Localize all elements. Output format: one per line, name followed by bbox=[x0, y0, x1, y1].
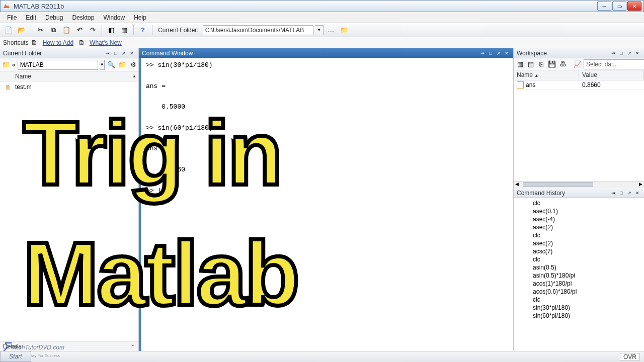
up-folder-button[interactable]: 📁 bbox=[339, 25, 350, 36]
panel-maximize-icon[interactable]: ↗ bbox=[495, 50, 502, 57]
copy-button[interactable]: ⧉ bbox=[48, 25, 59, 36]
new-file-icon: 📄 bbox=[5, 26, 13, 34]
ws-col-value[interactable]: Value bbox=[579, 70, 644, 80]
workspace-title: Workspace bbox=[517, 50, 609, 57]
ws-print-button[interactable]: 🖶 bbox=[558, 59, 567, 70]
folder-dropdown-button[interactable]: ▼ bbox=[315, 25, 324, 35]
history-line[interactable]: clc bbox=[514, 231, 644, 239]
menu-debug[interactable]: Debug bbox=[41, 13, 67, 22]
panel-undock-icon[interactable]: □ bbox=[618, 190, 625, 197]
command-history-body[interactable]: clcasec(0.1)asec(-4)asec(2)clcasec(2)acs… bbox=[514, 198, 644, 351]
ovr-indicator: OVR bbox=[620, 353, 640, 361]
panel-undock-icon[interactable]: □ bbox=[112, 50, 119, 57]
panel-close-icon[interactable]: ✕ bbox=[634, 50, 641, 57]
ws-plot-button[interactable]: 📈 bbox=[573, 59, 582, 70]
ws-open-button[interactable]: ▤ bbox=[526, 59, 535, 70]
history-line[interactable]: sin(30*pi/180) bbox=[514, 304, 644, 312]
workspace-toolbar: ▦ ▤ ⎘ 💾 🖶 📈 ▼ bbox=[514, 58, 644, 70]
simulink-button[interactable]: ◧ bbox=[106, 25, 117, 36]
browse-folder-button[interactable]: … bbox=[326, 25, 337, 36]
workspace-rows: ans 0.8660 bbox=[514, 80, 644, 181]
import-icon: ⎘ bbox=[537, 60, 545, 68]
close-button[interactable]: ✕ bbox=[627, 2, 641, 11]
shortcut-whats-new[interactable]: What's New bbox=[90, 39, 122, 46]
menu-file[interactable]: File bbox=[3, 13, 21, 22]
toolbar: 📄 📂 ✂ ⧉ 📋 ↶ ↷ ◧ ▦ ? Current Folder: ▼ … … bbox=[0, 23, 644, 37]
details-toggle-icon: ⌃ bbox=[131, 344, 135, 349]
folder-gear-button[interactable]: ⚙ bbox=[129, 59, 138, 70]
ellipsis-icon: … bbox=[327, 26, 335, 34]
shortcut-add-icon: 🗎 bbox=[31, 39, 39, 47]
ws-new-button[interactable]: ▦ bbox=[516, 59, 525, 70]
cut-button[interactable]: ✂ bbox=[35, 25, 46, 36]
history-line[interactable]: asin(0.5)*180/pi bbox=[514, 272, 644, 280]
panel-pin-icon[interactable]: ⇥ bbox=[104, 50, 111, 57]
ws-import-button[interactable]: ⎘ bbox=[537, 59, 546, 70]
current-folder-path[interactable] bbox=[203, 25, 313, 35]
panel-pin-icon[interactable]: ⇥ bbox=[610, 50, 617, 57]
history-line[interactable]: sin(60*pi/180) bbox=[514, 312, 644, 320]
scroll-left-icon[interactable]: ◀ bbox=[515, 182, 519, 187]
scroll-right-icon[interactable]: ▶ bbox=[639, 182, 642, 187]
workspace-hscroll[interactable]: ◀ ▶ bbox=[514, 181, 644, 188]
menu-help[interactable]: Help bbox=[130, 13, 150, 22]
var-value: 0.8660 bbox=[579, 80, 644, 89]
history-line[interactable]: asec(0.1) bbox=[514, 207, 644, 215]
start-button[interactable]: Start bbox=[0, 351, 31, 362]
minimize-button[interactable]: ─ bbox=[597, 2, 611, 11]
command-window-body[interactable]: >> sin(30*pi/180) ans = 0.5000 >> sin(60… bbox=[139, 58, 513, 351]
panel-maximize-icon[interactable]: ↗ bbox=[626, 190, 633, 197]
col-name[interactable]: Name bbox=[15, 73, 128, 80]
undo-icon: ↶ bbox=[75, 26, 84, 34]
maximize-button[interactable]: ▭ bbox=[612, 2, 626, 11]
new-file-button[interactable]: 📄 bbox=[3, 25, 14, 36]
ws-plot-select[interactable] bbox=[584, 59, 644, 69]
menu-window[interactable]: Window bbox=[99, 13, 129, 22]
breadcrumb-dropdown[interactable]: ▼ bbox=[100, 60, 105, 70]
workspace-row[interactable]: ans 0.8660 bbox=[514, 80, 644, 90]
titlebar: MATLAB R2011b ─ ▭ ✕ bbox=[0, 0, 644, 12]
var-name: ans bbox=[526, 81, 535, 88]
panel-close-icon[interactable]: ✕ bbox=[634, 190, 641, 197]
folder-icon: 📁 bbox=[118, 61, 126, 69]
paste-button[interactable]: 📋 bbox=[61, 25, 72, 36]
file-row[interactable]: 🗎 test.m bbox=[0, 82, 138, 92]
folder-breadcrumb[interactable] bbox=[18, 60, 98, 70]
history-line[interactable]: asec(2) bbox=[514, 223, 644, 231]
print-icon: 🖶 bbox=[558, 60, 567, 68]
ws-save-button[interactable]: 💾 bbox=[547, 59, 556, 70]
command-history-header: Command History ⇥ □ ↗ ✕ bbox=[514, 188, 644, 198]
scroll-thumb[interactable] bbox=[523, 182, 593, 187]
menu-desktop[interactable]: Desktop bbox=[68, 13, 98, 22]
menu-edit[interactable]: Edit bbox=[22, 13, 40, 22]
undo-button[interactable]: ↶ bbox=[74, 25, 85, 36]
redo-icon: ↷ bbox=[89, 26, 97, 34]
panel-pin-icon[interactable]: ⇥ bbox=[610, 190, 617, 197]
panel-close-icon[interactable]: ✕ bbox=[503, 50, 510, 57]
history-line[interactable]: clc bbox=[514, 296, 644, 304]
history-line[interactable]: asec(-4) bbox=[514, 215, 644, 223]
folder-actions-button[interactable]: 📁 bbox=[118, 59, 127, 70]
history-line[interactable]: clc bbox=[514, 255, 644, 263]
history-line[interactable]: acos(1)*180/pi bbox=[514, 280, 644, 288]
open-file-button[interactable]: 📂 bbox=[16, 25, 27, 36]
history-line[interactable]: acos(0.6)*180/pi bbox=[514, 288, 644, 296]
panel-close-icon[interactable]: ✕ bbox=[128, 50, 135, 57]
ws-col-name[interactable]: Name ▲ bbox=[514, 70, 579, 80]
folder-search-button[interactable]: 🔍 bbox=[107, 59, 116, 70]
panel-pin-icon[interactable]: ⇥ bbox=[479, 50, 486, 57]
history-line[interactable]: acsc(7) bbox=[514, 247, 644, 255]
guide-button[interactable]: ▦ bbox=[119, 25, 130, 36]
panel-maximize-icon[interactable]: ↗ bbox=[120, 50, 127, 57]
command-window-header: Command Window ⇥ □ ↗ ✕ bbox=[139, 48, 513, 58]
history-line[interactable]: asec(2) bbox=[514, 239, 644, 247]
panel-undock-icon[interactable]: □ bbox=[487, 50, 494, 57]
redo-button[interactable]: ↷ bbox=[87, 25, 98, 36]
panel-maximize-icon[interactable]: ↗ bbox=[626, 50, 633, 57]
new-var-icon: ▦ bbox=[516, 60, 524, 68]
history-line[interactable]: asin(0.5) bbox=[514, 263, 644, 272]
shortcut-how-to-add[interactable]: How to Add bbox=[43, 39, 73, 46]
history-line[interactable]: clc bbox=[514, 199, 644, 207]
panel-undock-icon[interactable]: □ bbox=[618, 50, 625, 57]
help-button[interactable]: ? bbox=[137, 25, 148, 36]
